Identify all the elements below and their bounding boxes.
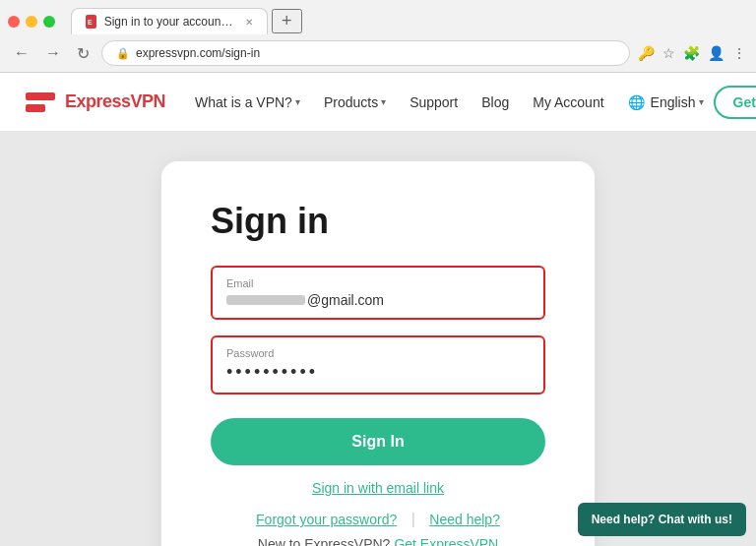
- nav-item-support[interactable]: Support: [400, 89, 468, 116]
- nav-support-label: Support: [410, 94, 458, 110]
- get-started-button[interactable]: Get Started: [714, 86, 756, 119]
- navbar: ExpressVPN What is a VPN? ▾ Products ▾ S…: [0, 73, 756, 132]
- nav-item-language[interactable]: 🌐 English ▾: [618, 89, 714, 116]
- logo[interactable]: ExpressVPN: [24, 89, 165, 116]
- logo-text: ExpressVPN: [65, 91, 165, 112]
- sign-in-card: Sign in Email @gmail.com Password Sign I…: [161, 161, 595, 546]
- nav-language-label: English: [651, 94, 696, 110]
- new-user-row: New to ExpressVPN? Get ExpressVPN: [211, 536, 545, 546]
- new-tab-button[interactable]: +: [272, 9, 302, 33]
- nav-item-products[interactable]: Products ▾: [314, 89, 396, 116]
- nav-links: What is a VPN? ▾ Products ▾ Support Blog…: [185, 89, 713, 116]
- tab-favicon: E: [86, 15, 96, 29]
- password-field-wrapper: Password: [211, 335, 545, 394]
- url-bar[interactable]: 🔒 expressvpn.com/sign-in: [101, 40, 630, 66]
- nav-vpn-label: What is a VPN?: [195, 94, 292, 110]
- email-blur: [226, 295, 305, 305]
- extensions-icon[interactable]: 🧩: [683, 45, 700, 61]
- chevron-down-icon: ▾: [295, 96, 300, 107]
- minimize-control[interactable]: [26, 16, 37, 28]
- nav-item-account[interactable]: My Account: [523, 89, 613, 116]
- get-expressvpn-link[interactable]: Get ExpressVPN: [394, 536, 498, 546]
- email-field-wrapper: Email @gmail.com: [211, 266, 545, 320]
- need-help-link[interactable]: Need help?: [429, 512, 500, 527]
- email-domain: @gmail.com: [307, 292, 384, 308]
- page-title: Sign in: [211, 201, 545, 242]
- tab-bar: E Sign in to your account | Expre... ✕ +: [0, 0, 756, 34]
- active-tab[interactable]: E Sign in to your account | Expre... ✕: [71, 8, 268, 34]
- address-bar: ← → ↻ 🔒 expressvpn.com/sign-in 🔑 ☆ 🧩 👤 ⋮: [0, 34, 756, 72]
- password-label: Password: [226, 347, 530, 359]
- menu-icon[interactable]: ⋮: [732, 45, 746, 61]
- refresh-button[interactable]: ↻: [73, 42, 94, 65]
- separator: |: [411, 511, 415, 527]
- star-icon[interactable]: ☆: [662, 45, 675, 61]
- nav-account-label: My Account: [533, 94, 603, 110]
- chat-button[interactable]: Need help? Chat with us!: [578, 503, 746, 536]
- back-button[interactable]: ←: [10, 42, 33, 64]
- new-user-text: New to ExpressVPN?: [258, 536, 391, 546]
- svg-text:E: E: [88, 19, 93, 26]
- browser-chrome: E Sign in to your account | Expre... ✕ +…: [0, 0, 756, 73]
- forward-button[interactable]: →: [41, 42, 65, 64]
- window-controls: [8, 16, 55, 28]
- logo-svg: [24, 89, 57, 116]
- email-link-row: Sign in with email link: [211, 479, 545, 497]
- email-label: Email: [226, 277, 530, 289]
- lock-icon: 🔒: [116, 47, 130, 60]
- chevron-down-icon: ▾: [381, 96, 386, 107]
- key-icon: 🔑: [638, 45, 655, 61]
- chevron-down-icon: ▾: [699, 96, 704, 107]
- profile-icon[interactable]: 👤: [708, 45, 724, 61]
- globe-icon: 🌐: [628, 94, 645, 110]
- nav-item-vpn[interactable]: What is a VPN? ▾: [185, 89, 310, 116]
- email-link[interactable]: Sign in with email link: [312, 480, 444, 496]
- password-input[interactable]: [226, 362, 530, 383]
- close-control[interactable]: [8, 16, 20, 28]
- nav-item-blog[interactable]: Blog: [472, 89, 519, 116]
- forgot-help-row: Forgot your password? | Need help?: [211, 511, 545, 528]
- password-group: Password: [211, 335, 545, 394]
- main-content: Sign in Email @gmail.com Password Sign I…: [0, 132, 756, 546]
- nav-products-label: Products: [324, 94, 378, 110]
- svg-rect-4: [26, 104, 45, 112]
- svg-rect-3: [26, 92, 55, 100]
- maximize-control[interactable]: [43, 16, 55, 28]
- email-group: Email @gmail.com: [211, 266, 545, 320]
- tab-title: Sign in to your account | Expre...: [104, 15, 233, 29]
- tab-close-icon[interactable]: ✕: [245, 17, 253, 28]
- browser-actions: 🔑 ☆ 🧩 👤 ⋮: [638, 45, 746, 61]
- forgot-password-link[interactable]: Forgot your password?: [256, 512, 397, 527]
- url-text: expressvpn.com/sign-in: [136, 46, 260, 60]
- sign-in-button[interactable]: Sign In: [211, 418, 545, 465]
- nav-blog-label: Blog: [481, 94, 509, 110]
